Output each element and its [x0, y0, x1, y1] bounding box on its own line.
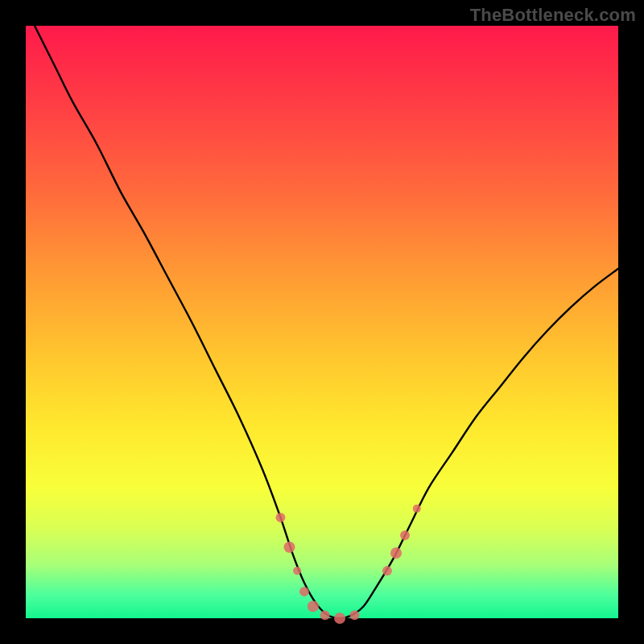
bottleneck-curve-line	[26, 8, 618, 618]
chart-frame	[26, 26, 618, 618]
highlight-dot	[320, 610, 330, 620]
highlight-dot	[390, 547, 402, 559]
highlight-dot	[400, 530, 410, 540]
highlight-dot	[349, 610, 359, 620]
highlight-dot	[299, 587, 309, 597]
highlight-dot	[413, 505, 421, 513]
highlight-dot	[382, 566, 392, 576]
highlight-dot	[334, 613, 345, 624]
highlight-dot	[284, 542, 295, 553]
highlight-dot	[308, 601, 319, 612]
watermark-text: TheBottleneck.com	[470, 5, 636, 26]
chart-svg	[26, 26, 618, 618]
highlight-dot	[275, 513, 285, 522]
highlight-dot	[293, 567, 301, 575]
